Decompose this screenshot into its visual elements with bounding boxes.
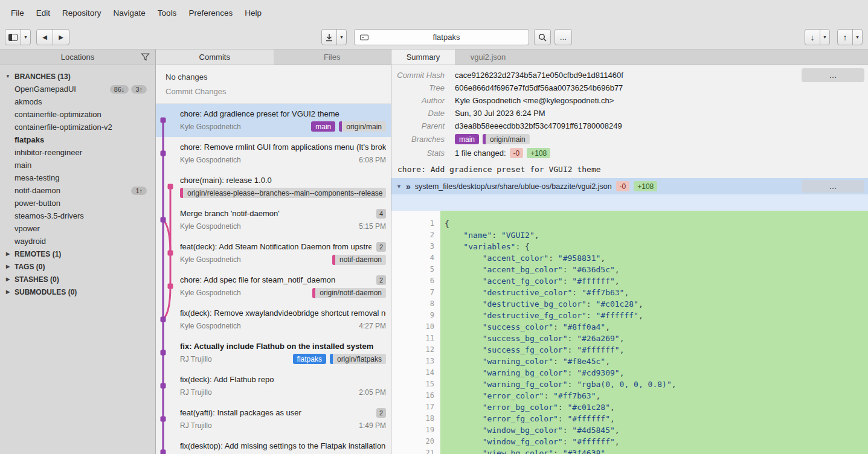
summary-value: Sun, 30 Jul 2023 6:24 PM xyxy=(455,109,545,118)
file-menu-button[interactable]: … xyxy=(802,180,864,193)
scroll-down-dropdown[interactable]: ▼ xyxy=(820,29,830,45)
menu-repository[interactable]: Repository xyxy=(56,5,108,21)
diff-line-number: 7 xyxy=(391,287,440,298)
commit-row[interactable]: fix(deck): Add Flathub repoRJ Trujillo2:… xyxy=(156,369,391,403)
sidebar-item-mesa-testing[interactable]: mesa-testing xyxy=(0,171,155,184)
ref-badge-origin-main[interactable]: origin/main xyxy=(483,134,530,144)
commit-row[interactable]: chore: Remove rmlint GUI from applicatio… xyxy=(156,137,391,170)
diff-line-number: 19 xyxy=(391,424,440,436)
expander-triangle-icon[interactable]: ▼ xyxy=(396,184,402,190)
sidebar-item-main[interactable]: main xyxy=(0,159,155,171)
commit-row[interactable]: chore: Add gradience preset for VGUI2 th… xyxy=(156,104,391,137)
ref-badge-origin-release-please-branches-main-components-release[interactable]: origin/release-please--branches--main--c… xyxy=(180,188,386,198)
search-button[interactable] xyxy=(534,29,551,45)
filter-funnel-icon[interactable] xyxy=(141,53,150,63)
ref-badge-main[interactable]: main xyxy=(455,134,479,144)
scroll-up-button[interactable]: ↑ xyxy=(837,29,853,45)
sidebar-item-notif-daemon[interactable]: notif-daemon1↑ xyxy=(0,184,155,197)
search-entry[interactable] xyxy=(354,29,529,45)
sidebar-item-flatpaks[interactable]: flatpaks xyxy=(0,133,155,146)
diff-line: 17 "error_bg_color": "#c01c28", xyxy=(391,401,868,413)
section-label: BRANCHES (13) xyxy=(14,72,71,81)
layout-toggle-dropdown[interactable]: ▼ xyxy=(21,29,31,45)
scroll-up-dropdown[interactable]: ▼ xyxy=(852,29,863,45)
diff-line-number: 8 xyxy=(391,298,440,310)
commit-row[interactable]: chore: Add spec file for steam_notif_dae… xyxy=(156,270,391,303)
disclosure-down-icon: ▼ xyxy=(5,74,11,79)
branch-label: vpower xyxy=(14,224,40,233)
sidebar-item-containerfile-optimization-v2[interactable]: containerfile-optimization-v2 xyxy=(0,121,155,133)
chevron-double-icon[interactable]: » xyxy=(406,182,411,191)
scroll-down-button[interactable]: ↓ xyxy=(805,29,820,45)
ref-badge-origin-main[interactable]: origin/main xyxy=(339,121,386,132)
summary-key: Author xyxy=(391,96,445,105)
sidebar-item-inhibitor-reengineer[interactable]: inhibitor-reengineer xyxy=(0,146,155,159)
sidebar-section-tags-0[interactable]: ▶TAGS (0) xyxy=(0,260,155,273)
branch-label: mesa-testing xyxy=(14,173,59,182)
staging-section[interactable]: No changes Commit Changes xyxy=(156,65,391,104)
search-input[interactable] xyxy=(369,33,524,42)
branch-label: main xyxy=(14,161,31,170)
tab-summary[interactable]: Summary xyxy=(391,50,455,65)
pull-button[interactable] xyxy=(321,29,337,45)
summary-menu-button[interactable]: … xyxy=(802,68,864,82)
tab-files[interactable]: Files xyxy=(274,50,391,65)
back-button[interactable]: ◀ xyxy=(36,29,53,45)
diff-line: 6 "accent_fg_color": "#ffffff", xyxy=(391,275,868,287)
sidebar-item-vpower[interactable]: vpower xyxy=(0,222,155,235)
menu-preferences[interactable]: Preferences xyxy=(182,5,239,21)
diff-line-number: 5 xyxy=(391,264,440,275)
sidebar-item-waydroid[interactable]: waydroid xyxy=(0,235,155,248)
commit-row[interactable]: fix(desktop): Add missing settings to th… xyxy=(156,436,391,454)
ref-badge-main[interactable]: main xyxy=(311,121,335,132)
summary-block: Commit Hashcace9126232d2734b5a71e050cfbd… xyxy=(391,65,868,160)
diff-line: 10 "success_color": "#8ff0a4", xyxy=(391,321,868,333)
pull-dropdown[interactable]: ▼ xyxy=(336,29,347,45)
menu-help[interactable]: Help xyxy=(239,5,268,21)
summary-fields: Commit Hashcace9126232d2734b5a71e050cfbd… xyxy=(391,69,868,160)
sidebar-section-remotes-1[interactable]: ▶REMOTES (1) xyxy=(0,248,155,260)
commit-title: fix: Actually include Flathub on the ins… xyxy=(180,342,386,351)
sidebar-section-branches-13[interactable]: ▼BRANCHES (13) xyxy=(0,70,155,83)
sidebar-section-stashes-0[interactable]: ▶STASHES (0) xyxy=(0,273,155,286)
commit-time: 4:27 PM xyxy=(359,322,386,330)
layout-toggle-button[interactable] xyxy=(5,29,21,45)
commit-author: Kyle Gospodnetich xyxy=(180,289,241,297)
ref-badge-origin-notif-daemon[interactable]: origin/notif-daemon xyxy=(312,288,386,298)
sidebar-section-submodules-0[interactable]: ▶SUBMODULES (0) xyxy=(0,286,155,298)
section-label: TAGS (0) xyxy=(14,263,45,271)
commit-title-line: fix(deck): Remove xwaylandvideobridge sh… xyxy=(180,309,386,318)
sidebar-item-steamos-3-5-drivers[interactable]: steamos-3.5-drivers xyxy=(0,209,155,222)
diff-line: 20 "window_fg_color": "#ffffff", xyxy=(391,436,868,447)
sidebar-item-power-button[interactable]: power-button xyxy=(0,197,155,209)
menu-navigate[interactable]: Navigate xyxy=(108,5,152,21)
tab-vgui2-json[interactable]: vgui2.json xyxy=(455,50,521,65)
layout-toggle-group: ▼ xyxy=(5,29,31,45)
ref-badge-flatpaks[interactable]: flatpaks xyxy=(293,354,326,364)
sidebar-item-containerfile-optimization[interactable]: containerfile-optimization xyxy=(0,108,155,121)
ref-badge-origin-flatpaks[interactable]: origin/flatpaks xyxy=(330,354,386,364)
ref-badge-notif-daemon[interactable]: notif-daemon xyxy=(332,255,386,265)
commit-row[interactable]: chore(main): release 1.0.0origin/release… xyxy=(156,170,391,203)
commit-row[interactable]: fix: Actually include Flathub on the ins… xyxy=(156,336,391,369)
branch-label: notif-daemon xyxy=(14,186,60,195)
tab-commits[interactable]: Commits xyxy=(156,50,274,65)
diff-file-row[interactable]: ▼ » system_files/desktop/usr/share/ublue… xyxy=(391,178,868,194)
menu-tools[interactable]: Tools xyxy=(152,5,183,21)
toolbar-more-button[interactable]: … xyxy=(555,29,572,45)
commit-row[interactable]: fix(deck): Remove xwaylandvideobridge sh… xyxy=(156,303,391,336)
commit-row[interactable]: Merge branch 'notif-daemon'4Kyle Gospodn… xyxy=(156,203,391,237)
sidebar-item-akmods[interactable]: akmods xyxy=(0,95,155,108)
commit-meta-right: 5:15 PM xyxy=(359,222,386,231)
sidebar-item-opengamepadui[interactable]: OpenGamepadUI86↓3↑ xyxy=(0,83,155,95)
diff-line: 3 "variables": { xyxy=(391,241,868,252)
diff-line-number: 9 xyxy=(391,310,440,321)
commit-row[interactable]: feat(yafti): Install packages as user2RJ… xyxy=(156,403,391,436)
commit-meta-line: RJ Trujillo1:49 PM xyxy=(180,421,386,431)
menu-edit[interactable]: Edit xyxy=(30,5,56,21)
menu-file[interactable]: File xyxy=(5,5,30,21)
commit-row[interactable]: feat(deck): Add Steam Notification Daemo… xyxy=(156,237,391,270)
forward-button[interactable]: ▶ xyxy=(53,29,69,45)
diff-line-content: "accent_color": "#958831", xyxy=(440,252,868,264)
diff-line: 16 "error_color": "#ff7b63", xyxy=(391,390,868,401)
